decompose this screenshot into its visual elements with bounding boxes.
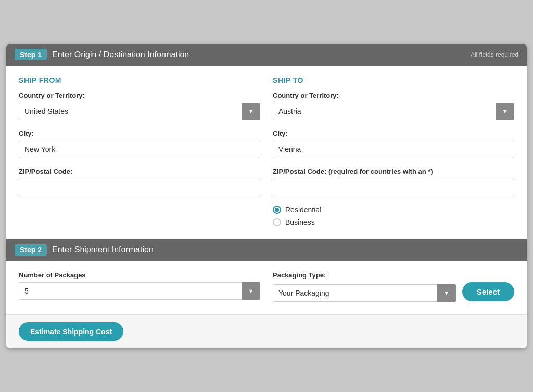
ship-from-zip-input[interactable] <box>19 179 260 196</box>
residential-label: Residential <box>285 206 321 214</box>
ship-to-city-label: City: <box>273 130 514 137</box>
ship-from-zip-label: ZIP/Postal Code: <box>19 168 260 175</box>
ship-to-zip-group: ZIP/Postal Code: (required for countries… <box>273 168 514 196</box>
packages-select[interactable]: 5 <box>19 282 260 300</box>
step2-columns: Number of Packages 5 Packaging Type: You… <box>19 271 514 302</box>
bottom-section: Estimate Shipping Cost <box>6 314 527 348</box>
step1-body: SHIP FROM Country or Territory: United S… <box>6 66 527 239</box>
packaging-type-label: Packaging Type: <box>273 271 514 279</box>
packaging-type-select[interactable]: Your Packaging <box>273 284 456 302</box>
business-label: Business <box>285 218 315 226</box>
residential-radio-item[interactable]: Residential <box>273 206 514 214</box>
ship-to-city-input[interactable] <box>273 141 514 158</box>
packaging-type-select-wrapper: Your Packaging <box>273 284 456 302</box>
business-radio-item[interactable]: Business <box>273 218 514 226</box>
step2-body: Number of Packages 5 Packaging Type: You… <box>6 261 527 314</box>
ship-to-title: SHIP TO <box>273 76 514 84</box>
ship-to-zip-input[interactable] <box>273 179 514 196</box>
step1-header-left: Step 1 Enter Origin / Destination Inform… <box>15 49 189 60</box>
ship-to-zip-label: ZIP/Postal Code: (required for countries… <box>273 168 514 175</box>
packages-label: Number of Packages <box>19 271 260 279</box>
ship-to-radio-group: Residential Business <box>273 206 514 226</box>
estimate-shipping-button[interactable]: Estimate Shipping Cost <box>19 322 123 341</box>
main-container: Step 1 Enter Origin / Destination Inform… <box>6 44 527 348</box>
step1-title: Enter Origin / Destination Information <box>52 50 189 59</box>
step2-header: Step 2 Enter Shipment Information <box>6 239 527 261</box>
step2-header-left: Step 2 Enter Shipment Information <box>15 244 154 256</box>
step1-header: Step 1 Enter Origin / Destination Inform… <box>6 44 527 66</box>
packaging-type-col: Packaging Type: Your Packaging Select <box>273 271 514 302</box>
ship-to-country-select[interactable]: Austria <box>273 103 514 120</box>
ship-from-city-label: City: <box>19 130 260 137</box>
step1-columns: SHIP FROM Country or Territory: United S… <box>19 76 514 226</box>
ship-from-city-group: City: <box>19 130 260 158</box>
residential-radio-icon <box>273 206 281 214</box>
ship-to-country-label: Country or Territory: <box>273 92 514 99</box>
ship-from-country-select[interactable]: United States <box>19 103 260 120</box>
ship-from-zip-group: ZIP/Postal Code: <box>19 168 260 196</box>
ship-from-title: SHIP FROM <box>19 76 260 84</box>
ship-from-country-label: Country or Territory: <box>19 92 260 99</box>
ship-to-col: SHIP TO Country or Territory: Austria Ci… <box>273 76 514 226</box>
ship-to-city-group: City: <box>273 130 514 158</box>
ship-from-col: SHIP FROM Country or Territory: United S… <box>19 76 260 226</box>
ship-from-country-select-wrapper: United States <box>19 103 260 120</box>
business-radio-icon <box>273 218 281 226</box>
packaging-btn-row: Your Packaging Select <box>273 282 514 302</box>
packages-col: Number of Packages 5 <box>19 271 260 302</box>
step1-badge: Step 1 <box>15 49 47 60</box>
ship-from-city-input[interactable] <box>19 141 260 158</box>
select-button[interactable]: Select <box>462 282 514 301</box>
ship-to-country-select-wrapper: Austria <box>273 103 514 120</box>
step1-required-note: All fields required <box>471 51 518 58</box>
ship-from-country-group: Country or Territory: United States <box>19 92 260 120</box>
step2-title: Enter Shipment Information <box>52 245 154 255</box>
step2-badge: Step 2 <box>15 244 47 256</box>
ship-to-country-group: Country or Territory: Austria <box>273 92 514 120</box>
packages-select-wrapper: 5 <box>19 282 260 300</box>
